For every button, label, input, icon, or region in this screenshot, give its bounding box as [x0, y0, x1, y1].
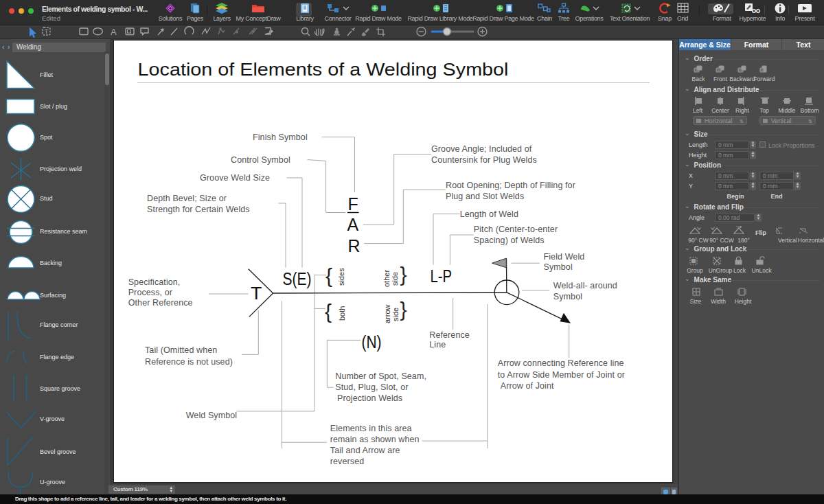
svg-text:T: T: [251, 284, 262, 303]
svg-text:side: side: [391, 272, 399, 286]
svg-text:L-P: L-P: [431, 266, 453, 286]
svg-text:reversed: reversed: [330, 457, 364, 466]
svg-text:T: T: [45, 28, 49, 35]
svg-text:Field Weld: Field Weld: [544, 252, 585, 262]
svg-text:Number of Spot, Seam,: Number of Spot, Seam,: [335, 371, 426, 381]
svg-text:}: }: [400, 298, 407, 321]
svg-text:(N): (N): [362, 332, 382, 352]
svg-text:Line: Line: [429, 340, 446, 350]
svg-text:Countersink for Plug Welds: Countersink for Plug Welds: [431, 155, 537, 165]
svg-text:Spacing) of Welds: Spacing) of Welds: [474, 236, 545, 245]
svg-text:Projection Welds: Projection Welds: [337, 393, 402, 403]
svg-text:Tail and Arrow are: Tail and Arrow are: [330, 446, 400, 455]
svg-text:Strength for Certain Welds: Strength for Certain Welds: [147, 205, 250, 214]
svg-text:Elements in this area: Elements in this area: [330, 424, 412, 433]
svg-text:Arrow connecting Reference lin: Arrow connecting Reference line: [498, 358, 624, 368]
svg-text:{: {: [325, 264, 332, 287]
svg-text:Process, or: Process, or: [128, 288, 172, 297]
svg-text:R: R: [348, 236, 360, 255]
svg-text:Weld Symbol: Weld Symbol: [186, 411, 238, 420]
svg-text:}: }: [400, 263, 407, 286]
svg-text:Arrow of Joint: Arrow of Joint: [501, 381, 554, 391]
svg-text:A: A: [111, 27, 117, 37]
svg-text:Specification,: Specification,: [128, 277, 181, 287]
svg-text:Groove Weld Size: Groove Weld Size: [200, 173, 270, 183]
svg-text:side: side: [391, 308, 400, 321]
svg-text:both: both: [338, 306, 346, 321]
svg-text:Location of Elements of a Weld: Location of Elements of a Welding Symbol: [138, 59, 509, 80]
svg-text:Reference: Reference: [429, 330, 470, 340]
svg-text:other: other: [382, 270, 391, 287]
svg-text:Reference is not used): Reference is not used): [145, 357, 233, 367]
svg-text:Weld-all- around: Weld-all- around: [553, 281, 617, 290]
svg-text:Symbol: Symbol: [544, 262, 573, 272]
svg-text:S(E): S(E): [283, 269, 312, 288]
svg-text:Root Opening; Depth of Filling: Root Opening; Depth of Filling for: [446, 181, 575, 190]
svg-text:arrow: arrow: [383, 304, 391, 323]
svg-text:Depth Bevel; Size or: Depth Bevel; Size or: [147, 194, 227, 203]
svg-text:A: A: [347, 215, 359, 234]
svg-text:{: {: [325, 300, 332, 323]
svg-text:F: F: [348, 194, 358, 214]
svg-text:sides: sides: [337, 268, 345, 286]
svg-text:Finish Symbol: Finish Symbol: [253, 133, 308, 142]
svg-text:Length of Weld: Length of Weld: [460, 209, 518, 219]
svg-text:Symbol: Symbol: [553, 292, 582, 301]
svg-text:Other Reference: Other Reference: [128, 298, 193, 308]
svg-text:Control Symbol: Control Symbol: [231, 155, 290, 165]
svg-text:remain as shown when: remain as shown when: [330, 435, 420, 444]
svg-text:Groove Angle; Included of: Groove Angle; Included of: [431, 144, 532, 154]
svg-text:to Arrow Side Member of Joint: to Arrow Side Member of Joint or: [498, 370, 625, 380]
svg-text:Tail (Omitted when: Tail (Omitted when: [145, 345, 217, 355]
svg-text:Pitch (Center-to-enter: Pitch (Center-to-enter: [474, 225, 558, 234]
svg-text:Stud, Plug, Slot, or: Stud, Plug, Slot, or: [335, 382, 408, 392]
svg-text:Plug and Slot Welds: Plug and Slot Welds: [446, 192, 524, 201]
